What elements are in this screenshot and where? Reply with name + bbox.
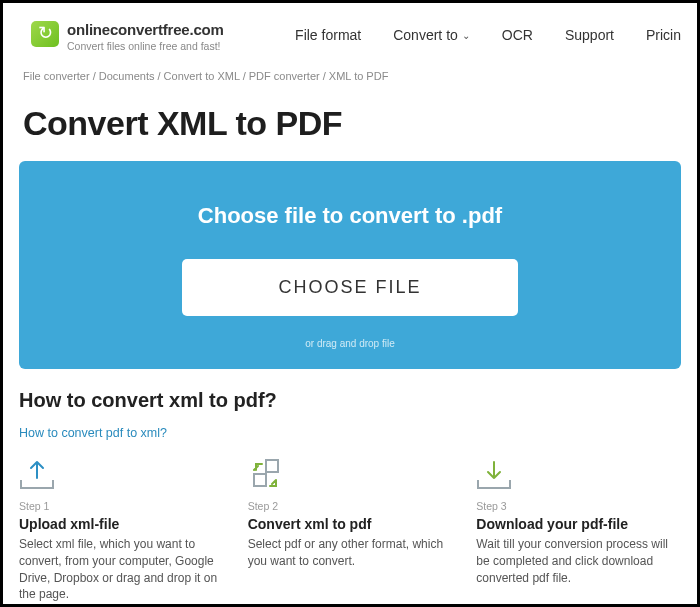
upload-hero: Choose file to convert to .pdf CHOOSE FI…	[19, 161, 681, 369]
step-desc: Select pdf or any other format, which yo…	[248, 536, 453, 570]
breadcrumb[interactable]: File converter / Documents / Convert to …	[3, 60, 697, 82]
hero-heading: Choose file to convert to .pdf	[39, 203, 661, 229]
step-desc: Select xml file, which you want to conve…	[19, 536, 224, 603]
step-label: Step 1	[19, 500, 224, 512]
step-1: Step 1 Upload xml-file Select xml file, …	[19, 458, 224, 603]
chevron-down-icon: ⌄	[462, 30, 470, 41]
nav-file-format[interactable]: File format	[295, 27, 361, 43]
howto-reverse-link[interactable]: How to convert pdf to xml?	[19, 426, 681, 440]
step-3: Step 3 Download your pdf-file Wait till …	[476, 458, 681, 603]
step-title: Download your pdf-file	[476, 516, 681, 532]
download-icon	[476, 458, 681, 494]
hero-subtext: or drag and drop file	[39, 338, 661, 349]
choose-file-button[interactable]: CHOOSE FILE	[182, 259, 517, 316]
brand-name: onlineconvertfree.com	[67, 21, 224, 38]
svg-rect-1	[254, 474, 266, 486]
nav-support[interactable]: Support	[565, 27, 614, 43]
page-title: Convert XML to PDF	[3, 82, 697, 161]
main-nav: File format Convert to ⌄ OCR Support Pri…	[295, 21, 681, 43]
nav-pricing[interactable]: Pricin	[646, 27, 681, 43]
brand[interactable]: ↻ onlineconvertfree.com Convert files on…	[31, 21, 224, 52]
logo-icon: ↻	[31, 21, 59, 47]
howto-title: How to convert xml to pdf?	[19, 389, 681, 412]
convert-icon	[248, 458, 453, 494]
step-title: Convert xml to pdf	[248, 516, 453, 532]
nav-convert-to[interactable]: Convert to ⌄	[393, 27, 470, 43]
step-label: Step 2	[248, 500, 453, 512]
steps-row: Step 1 Upload xml-file Select xml file, …	[19, 458, 681, 603]
nav-ocr[interactable]: OCR	[502, 27, 533, 43]
svg-rect-0	[266, 460, 278, 472]
brand-tagline: Convert files online free and fast!	[67, 40, 224, 52]
step-label: Step 3	[476, 500, 681, 512]
upload-icon	[19, 458, 224, 494]
step-desc: Wait till your conversion process will b…	[476, 536, 681, 586]
step-2: Step 2 Convert xml to pdf Select pdf or …	[248, 458, 453, 603]
step-title: Upload xml-file	[19, 516, 224, 532]
